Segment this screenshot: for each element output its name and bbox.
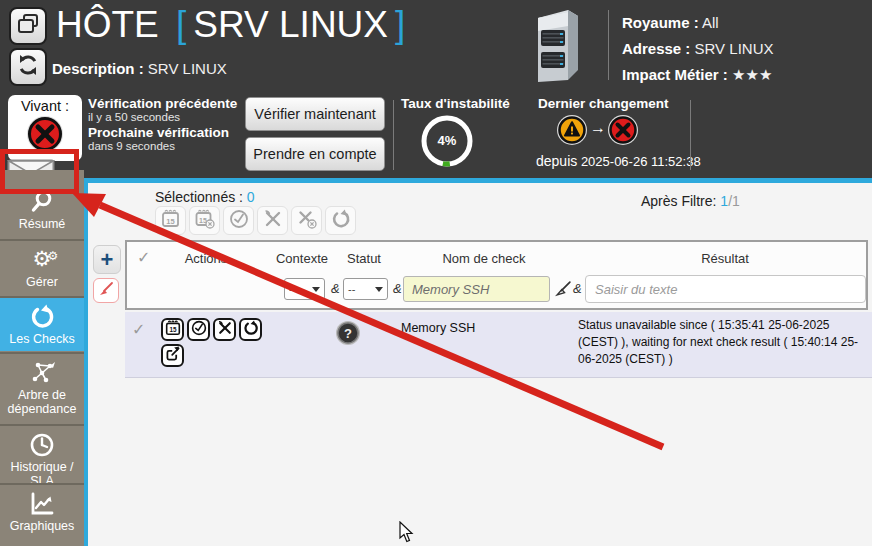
- dependency-tree-icon: [0, 360, 84, 386]
- windows-button[interactable]: [9, 7, 47, 45]
- column-header-nom-de-check: Nom de check: [442, 251, 525, 266]
- address-value: SRV LINUX: [695, 40, 774, 57]
- row-acknowledge-button[interactable]: [187, 318, 210, 341]
- critical-state-icon: [25, 141, 65, 157]
- realm-value: All: [702, 14, 719, 31]
- clock-icon: [0, 432, 84, 458]
- status-divider-2: [690, 100, 691, 170]
- accent-line-vertical: [84, 178, 88, 546]
- row-export-button[interactable]: [161, 344, 184, 367]
- column-header-actions: Actions: [185, 251, 228, 266]
- column-header-resultat: Résultat: [701, 251, 749, 266]
- title-bracket-close: ]: [395, 4, 405, 45]
- next-check-value: dans 9 secondes: [88, 140, 237, 152]
- column-header-contexte: Contexte: [276, 251, 328, 266]
- row-check-name: Memory SSH: [401, 321, 475, 335]
- description-value: SRV LINUX: [148, 60, 227, 77]
- windows-icon: [16, 12, 40, 40]
- status-glyph: ?: [344, 326, 352, 341]
- broom-icon[interactable]: [555, 280, 572, 301]
- cancel-fix-button[interactable]: [291, 206, 322, 235]
- result-filter-input[interactable]: [585, 275, 866, 303]
- sidebar-item-resume[interactable]: Résumé: [0, 183, 84, 238]
- filter-counter: Après Filtre: 1/1: [641, 193, 740, 209]
- table-row[interactable]: ✓ 15: [125, 312, 872, 378]
- row-recheck-button[interactable]: [239, 318, 262, 341]
- schedule-downtime-button[interactable]: 15: [155, 206, 186, 235]
- check-circle-icon: [191, 320, 207, 340]
- acknowledge-button[interactable]: Prendre en compte: [245, 137, 385, 171]
- filter-counter-label: Après Filtre:: [641, 193, 716, 209]
- cancel-downtime-button[interactable]: 15: [189, 206, 220, 235]
- row-schedule-downtime-button[interactable]: 15: [161, 318, 184, 341]
- accent-line-horizontal: [84, 178, 872, 183]
- previous-check-value: il y a 50 secondes: [88, 111, 237, 123]
- title-bracket-open: [: [176, 4, 186, 45]
- select-all-check[interactable]: ✓: [137, 248, 150, 267]
- calendar-day-number: 15: [169, 326, 177, 333]
- calendar-icon: 15: [165, 320, 181, 340]
- host-info-block: Royaume : All Adresse : SRV LINUX Impact…: [622, 10, 773, 88]
- sidebar-item-gerer[interactable]: ⚙⚙ Gérer: [0, 239, 84, 295]
- and-separator: &: [393, 281, 402, 296]
- row-result-text: Status unavailable since ( 15:35:41 25-0…: [578, 317, 866, 368]
- sidebar-item-historique-sla[interactable]: Historique / SLA: [0, 424, 84, 482]
- context-filter-value: --: [289, 283, 296, 295]
- check-name-filter-input[interactable]: [403, 276, 550, 302]
- last-change-label: Dernier changement: [538, 96, 669, 111]
- fix-button[interactable]: [257, 206, 288, 235]
- add-filter-button[interactable]: +: [93, 245, 121, 274]
- next-check-label: Prochaine vérification: [88, 125, 237, 140]
- flapping-value: 4%: [419, 133, 475, 148]
- impact-stars: ★★★: [732, 66, 772, 83]
- warning-state-icon: [556, 114, 588, 150]
- alive-state-card: Vivant :: [8, 95, 82, 161]
- status-filter-select[interactable]: --: [343, 278, 388, 300]
- magnifier-icon: [0, 189, 84, 215]
- page-title: HÔTE [SRV LINUX]: [56, 4, 412, 46]
- refresh-icon: [16, 53, 40, 81]
- and-separator: &: [573, 281, 582, 296]
- description-label: Description :: [52, 60, 144, 77]
- sidebar-item-les-checks[interactable]: Les Checks: [0, 296, 84, 351]
- previous-check-label: Vérification précédente: [88, 96, 237, 111]
- filter-counter-current: 1: [720, 193, 728, 209]
- status-divider-1: [393, 100, 394, 170]
- sidebar-item-graphiques[interactable]: Graphiques: [0, 483, 84, 539]
- sidebar-item-label: Résumé: [19, 217, 66, 231]
- host-description: Description : SRV LINUX: [52, 60, 227, 77]
- acknowledge-selection-button[interactable]: [223, 206, 254, 235]
- row-select-check[interactable]: ✓: [132, 320, 145, 339]
- page-title-hostname: SRV LINUX: [193, 4, 388, 45]
- undo-icon: [0, 304, 84, 330]
- since-label: depuis: [536, 153, 577, 169]
- check-now-button[interactable]: Vérifier maintenant: [245, 97, 385, 131]
- recheck-button[interactable]: [325, 206, 356, 235]
- context-filter-select[interactable]: --: [284, 278, 325, 300]
- mouse-cursor: [399, 521, 415, 543]
- calendar-icon: 15: [161, 209, 180, 232]
- clear-filters-button[interactable]: [93, 278, 119, 303]
- check-circle-icon: [229, 209, 249, 233]
- header-divider: [608, 10, 609, 80]
- alive-label: Vivant :: [21, 98, 69, 114]
- unknown-status-icon: ?: [335, 320, 361, 350]
- since-line: depuis 2025-06-26 11:52:38: [536, 153, 701, 169]
- impact-label: Impact Métier :: [622, 66, 728, 83]
- realm-label: Royaume :: [622, 14, 699, 31]
- filter-counter-total: /1: [728, 193, 740, 209]
- calendar-cancel-icon: 15: [195, 209, 215, 233]
- and-separator: &: [331, 281, 340, 296]
- sidebar-item-label: Graphiques: [10, 519, 75, 533]
- refresh-button[interactable]: [9, 48, 47, 86]
- tools-icon: [217, 320, 233, 340]
- gears-icon: ⚙⚙: [0, 247, 84, 273]
- chart-icon: [0, 491, 84, 517]
- sidebar-item-label: Gérer: [26, 275, 58, 289]
- chevron-down-icon: [312, 287, 320, 292]
- checks-table-header: ✓ Actions Contexte Statut Nom de check R…: [125, 240, 868, 310]
- row-fix-button[interactable]: [213, 318, 236, 341]
- sidebar-item-arbre-de-dependance[interactable]: Arbre de dépendance: [0, 352, 84, 423]
- chevron-down-icon: [375, 287, 383, 292]
- check-schedule-block: Vérification précédente il y a 50 second…: [88, 96, 237, 152]
